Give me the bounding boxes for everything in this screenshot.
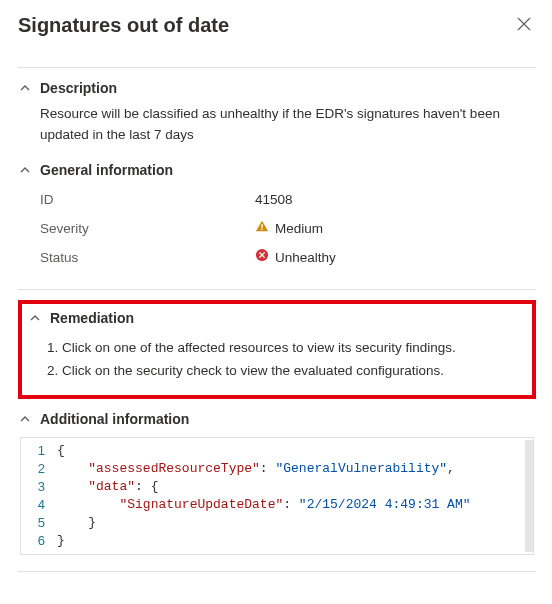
panel-title: Signatures out of date (18, 14, 229, 37)
general-status-value: Unhealthy (275, 248, 336, 269)
general-status-label: Status (40, 244, 255, 273)
section-additional-toggle[interactable]: Additional information (18, 409, 536, 429)
svg-rect-0 (261, 224, 262, 228)
section-remediation-toggle[interactable]: Remediation (28, 308, 524, 328)
section-description-toggle[interactable]: Description (18, 78, 536, 98)
general-row-severity: Severity Medium (40, 215, 536, 244)
general-row-id: ID 41508 (40, 186, 536, 215)
scrollbar[interactable] (525, 440, 533, 552)
section-remediation-highlight: Remediation Click on one of the affected… (18, 300, 536, 400)
chevron-up-icon (18, 82, 32, 94)
chevron-up-icon (18, 413, 32, 425)
general-id-value: 41508 (255, 186, 536, 215)
close-button[interactable] (512, 12, 536, 39)
divider (18, 67, 536, 68)
error-circle-icon (255, 248, 269, 269)
additional-json-viewer: 1 2 3 4 5 6 { "assessedResourceType": "G… (20, 437, 534, 555)
divider (18, 571, 536, 572)
section-additional: Additional information 1 2 3 4 5 6 { "as… (18, 409, 536, 555)
code-gutter: 1 2 3 4 5 6 (21, 438, 55, 554)
warning-triangle-icon (255, 219, 269, 240)
section-general-title: General information (40, 162, 173, 178)
general-row-status: Status Unhealthy (40, 244, 536, 273)
chevron-up-icon (28, 312, 42, 324)
remediation-step-2: Click on the security check to view the … (62, 361, 524, 382)
general-severity-value: Medium (275, 219, 323, 240)
code-content[interactable]: { "assessedResourceType": "GeneralVulner… (55, 438, 533, 554)
close-icon (516, 16, 532, 35)
section-description-title: Description (40, 80, 117, 96)
remediation-steps: Click on one of the affected resources t… (46, 338, 524, 382)
section-general-toggle[interactable]: General information (18, 160, 536, 180)
general-id-label: ID (40, 186, 255, 215)
chevron-up-icon (18, 164, 32, 176)
divider (18, 289, 536, 290)
section-additional-title: Additional information (40, 411, 189, 427)
section-description: Description Resource will be classified … (18, 78, 536, 150)
section-general: General information ID 41508 Severity Me… (18, 160, 536, 277)
section-remediation-title: Remediation (50, 310, 134, 326)
section-description-body: Resource will be classified as unhealthy… (18, 98, 536, 150)
remediation-step-1: Click on one of the affected resources t… (62, 338, 524, 359)
general-severity-label: Severity (40, 215, 255, 244)
svg-rect-1 (261, 228, 262, 229)
